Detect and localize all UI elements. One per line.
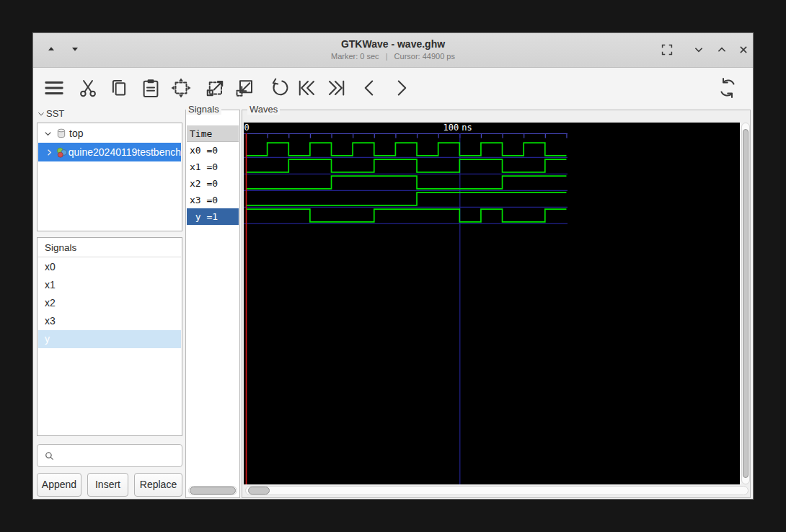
cut-button[interactable] xyxy=(77,77,99,99)
names-frame-label: Signals xyxy=(186,104,221,115)
tree-item-label: quine20240119testbench xyxy=(69,146,181,158)
expander-down-icon xyxy=(43,128,53,139)
prev-edge-button[interactable] xyxy=(359,77,381,99)
expander-right-icon xyxy=(44,147,55,158)
chevron-down-icon xyxy=(36,109,46,119)
signal-browser-header: Signals xyxy=(38,239,181,257)
signal-name-cell-x1[interactable]: x1 =0 xyxy=(187,159,239,175)
signal-name-cell-y[interactable]: y =1 xyxy=(187,208,239,225)
replace-button[interactable]: Replace xyxy=(134,473,182,497)
minimize-button[interactable] xyxy=(691,42,707,58)
tree-item-label: top xyxy=(69,128,83,139)
names-hscrollbar-track[interactable] xyxy=(188,486,237,495)
reload-button[interactable] xyxy=(717,77,738,99)
restore-icon xyxy=(659,42,675,58)
zoom-out-icon xyxy=(234,77,255,99)
waves-hscrollbar-thumb[interactable] xyxy=(248,487,270,495)
zoom-fit-button[interactable] xyxy=(170,77,192,99)
signal-browser: Signals x0x1x2x3y xyxy=(37,237,182,436)
cut-icon xyxy=(77,77,99,99)
undo-icon xyxy=(269,77,291,99)
skip-to-start-icon xyxy=(296,77,317,99)
signal-list-item-x3[interactable]: x3 xyxy=(38,312,181,330)
toolbar: From: 0 sec To: 150 ns xyxy=(33,68,753,107)
menu-button[interactable] xyxy=(43,77,65,99)
window-title: GTKWave - wave.ghw xyxy=(33,38,753,50)
menu-icon xyxy=(43,77,65,99)
names-panel: Timex0 =0x1 =0x2 =0x3 =0 y =1 xyxy=(185,110,240,498)
status-subtitle: Marker: 0 sec | Cursor: 44900 ps xyxy=(33,52,753,61)
timeline-label: 0 xyxy=(244,123,249,133)
wave-background xyxy=(244,123,740,484)
cursor-status: Cursor: 44900 ps xyxy=(394,52,455,61)
signal-list-item-x0[interactable]: x0 xyxy=(38,258,181,276)
chevron-up-icon xyxy=(714,42,730,58)
maximize-button[interactable] xyxy=(714,42,730,58)
signal-name-cell-x0[interactable]: x0 =0 xyxy=(187,142,239,159)
timeline-label: 100 xyxy=(443,123,459,133)
time-header-cell[interactable]: Time xyxy=(187,125,239,142)
search-input[interactable] xyxy=(59,445,178,466)
paste-icon xyxy=(140,77,162,99)
undo-button[interactable] xyxy=(269,77,291,99)
module-icon xyxy=(56,146,68,159)
close-icon xyxy=(736,42,751,58)
signal-list-item-x1[interactable]: x1 xyxy=(38,276,181,294)
zoom-out-button[interactable] xyxy=(234,77,255,99)
close-button[interactable] xyxy=(736,42,751,58)
copy-icon xyxy=(108,77,130,99)
sst-section-header[interactable]: SST xyxy=(36,108,64,119)
waves-frame-label: Waves xyxy=(247,104,280,115)
waves-vscrollbar-track[interactable] xyxy=(741,123,750,484)
signal-search-box xyxy=(37,444,182,467)
signal-list-item-y[interactable]: y xyxy=(38,330,181,348)
zoom-fit-icon xyxy=(170,77,192,99)
tree-item-top[interactable]: top xyxy=(38,124,181,143)
next-edge-button[interactable] xyxy=(390,77,412,99)
subtitle-separator: | xyxy=(381,52,392,61)
prev-edge-icon xyxy=(359,77,381,99)
signal-list-item-x2[interactable]: x2 xyxy=(38,294,181,312)
sst-tree: topquine20240119testbench xyxy=(37,123,182,231)
sst-label: SST xyxy=(46,108,64,119)
waves-panel: 0100ns xyxy=(242,110,751,498)
zoom-in-icon xyxy=(204,77,226,99)
next-edge-icon xyxy=(390,77,412,99)
chevron-down-icon xyxy=(691,42,707,58)
waves-vscrollbar-thumb[interactable] xyxy=(743,129,749,478)
restore-button[interactable] xyxy=(659,42,675,58)
skip-to-end-icon xyxy=(326,77,348,99)
titlebar: GTKWave - wave.ghw Marker: 0 sec | Curso… xyxy=(33,33,753,68)
insert-button[interactable]: Insert xyxy=(87,473,128,497)
copy-button[interactable] xyxy=(108,77,130,99)
skip-to-start-button[interactable] xyxy=(296,77,317,99)
reload-icon xyxy=(717,77,738,99)
append-button[interactable]: Append xyxy=(37,473,81,497)
signal-name-cell-x2[interactable]: x2 =0 xyxy=(187,175,239,192)
names-hscrollbar-thumb[interactable] xyxy=(190,487,236,495)
skip-to-end-button[interactable] xyxy=(326,77,348,99)
marker-status: Marker: 0 sec xyxy=(331,52,379,61)
paste-button[interactable] xyxy=(140,77,162,99)
tree-item-quine20240119testbench[interactable]: quine20240119testbench xyxy=(38,143,181,161)
gtkwave-window: GTKWave - wave.ghw Marker: 0 sec | Curso… xyxy=(32,32,754,500)
scope-icon xyxy=(56,128,67,139)
zoom-in-button[interactable] xyxy=(204,77,226,99)
search-icon xyxy=(43,450,56,462)
wave-canvas[interactable]: 0100ns xyxy=(244,123,740,484)
timeline-unit: ns xyxy=(462,123,472,133)
waves-hscrollbar-track[interactable] xyxy=(245,486,749,495)
signal-name-cell-x3[interactable]: x3 =0 xyxy=(187,192,239,208)
